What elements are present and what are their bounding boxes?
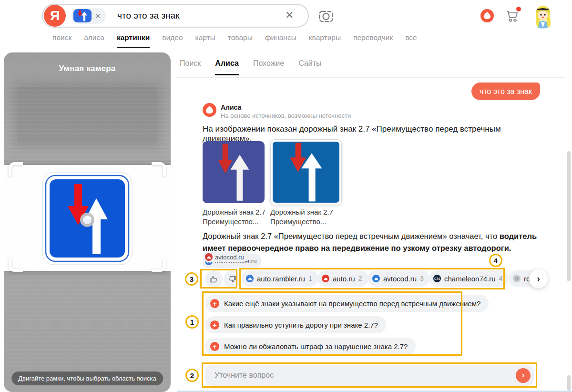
- alisa-icon[interactable]: [480, 9, 494, 22]
- camera-panel-title: Умная камера: [4, 64, 171, 73]
- result-image-1[interactable]: [203, 141, 265, 203]
- follow-up-input-bar: ›: [205, 365, 534, 386]
- inline-source-avtocod[interactable]: avtocod.ru: [203, 252, 248, 262]
- image-caption-2: Дорожный знак 2.7 Преимущество...: [270, 207, 333, 227]
- nav-maps[interactable]: карты: [195, 33, 215, 48]
- remove-image-icon[interactable]: ✕: [95, 12, 101, 20]
- suggested-question-1[interactable]: + Какие ещё знаки указывают на преимущес…: [205, 295, 489, 312]
- image-caption-1: Дорожный знак 2.7 Преимущество...: [203, 207, 266, 227]
- rambler-favicon-icon: [246, 275, 254, 282]
- assistant-disclaimer: На основе источников, возможны неточност…: [221, 112, 351, 119]
- search-image-chip[interactable]: ✕: [72, 8, 106, 24]
- avtocod-favicon-icon: [205, 253, 213, 261]
- selection-corner-handle[interactable]: [9, 258, 23, 272]
- yandex-logo[interactable]: Я: [44, 5, 66, 27]
- camera-background-image: [18, 87, 156, 143]
- tab-search[interactable]: Поиск: [180, 59, 201, 75]
- smart-camera-icon[interactable]: [317, 8, 335, 26]
- generic-favicon-icon: [513, 275, 521, 282]
- scrollbar-thumb-lower[interactable]: [567, 375, 571, 391]
- service-nav: поиск алиса картинки видео карты товары …: [52, 33, 417, 48]
- nav-flats[interactable]: квартиры: [309, 33, 341, 48]
- chameleon-favicon-icon: C74: [433, 275, 441, 282]
- selection-drag-handle[interactable]: [80, 213, 94, 227]
- nav-translator[interactable]: переводчик: [353, 33, 393, 48]
- nav-video[interactable]: видео: [162, 33, 183, 48]
- user-message-bubble: что это за знак: [471, 83, 540, 100]
- clear-search-icon[interactable]: ✕: [285, 10, 294, 21]
- cart-badge: [516, 7, 521, 11]
- suggested-question-2[interactable]: + Как правильно уступить дорогу при знак…: [205, 316, 386, 333]
- plus-icon: +: [210, 320, 219, 330]
- camera-background-texture-bottom: [4, 272, 171, 382]
- nav-images[interactable]: картинки: [117, 33, 150, 48]
- nav-all[interactable]: все: [405, 33, 417, 48]
- selection-corner-handle[interactable]: [9, 162, 23, 176]
- autoru-favicon-icon: [322, 275, 329, 282]
- source-chip-rambler[interactable]: auto.rambler.ru 1: [242, 270, 318, 287]
- tab-sites[interactable]: Сайты: [298, 59, 321, 75]
- nav-search[interactable]: поиск: [52, 33, 72, 48]
- assistant-name: Алиса: [221, 103, 241, 111]
- user-avatar[interactable]: [531, 3, 555, 29]
- header-actions: [480, 0, 571, 31]
- send-button[interactable]: ›: [516, 368, 531, 383]
- follow-up-input[interactable]: [214, 371, 516, 380]
- plus-icon: +: [210, 299, 219, 308]
- annotation-number-1: 1: [185, 315, 199, 329]
- scrollbar-thumb[interactable]: [567, 151, 571, 281]
- thumbs-down-button[interactable]: [224, 270, 241, 288]
- source-chip-avtocod[interactable]: avtocod.ru 3: [368, 270, 430, 287]
- results-panel: Поиск Алиса Похожие Сайты что это за зна…: [176, 52, 565, 392]
- avtocod-favicon-icon: [372, 275, 380, 282]
- selection-corner-handle[interactable]: [152, 162, 166, 176]
- tab-alisa[interactable]: Алиса: [215, 59, 239, 75]
- result-image-2[interactable]: [270, 139, 342, 205]
- thumbs-up-button[interactable]: [205, 270, 223, 288]
- smart-camera-panel: Умная камера Двигайте рамки, чтобы выбра…: [4, 52, 171, 392]
- search-input[interactable]: что это за знак: [117, 0, 180, 31]
- annotation-number-4: 4: [489, 254, 502, 267]
- tabs-divider: [176, 77, 565, 78]
- suggested-question-3[interactable]: + Можно ли обжаловать штраф за нарушение…: [205, 338, 416, 355]
- nav-goods[interactable]: товары: [228, 33, 253, 48]
- sources-scroll-right-button[interactable]: ›: [529, 269, 548, 288]
- results-tabs: Поиск Алиса Похожие Сайты: [180, 59, 322, 75]
- answer-paragraph-1: На изображении показан дорожный знак 2.7…: [203, 124, 546, 144]
- alisa-avatar-icon: [203, 103, 216, 117]
- annotation-number-2: 2: [185, 369, 199, 382]
- plus-icon: +: [210, 342, 219, 351]
- annotation-number-3: 3: [185, 272, 198, 286]
- source-chip-autoru[interactable]: auto.ru 2: [317, 270, 368, 287]
- nav-finance[interactable]: финансы: [265, 33, 296, 48]
- source-chip-chameleon[interactable]: C74 chameleon74.ru 4: [429, 270, 509, 287]
- selection-corner-handle[interactable]: [152, 258, 166, 272]
- search-image-thumbnail: [73, 9, 92, 22]
- cart-button[interactable]: [504, 8, 521, 24]
- camera-hint: Двигайте рамки, чтобы выбрать область по…: [11, 371, 163, 385]
- tab-similar[interactable]: Похожие: [253, 59, 284, 75]
- nav-alisa[interactable]: алиса: [84, 33, 104, 48]
